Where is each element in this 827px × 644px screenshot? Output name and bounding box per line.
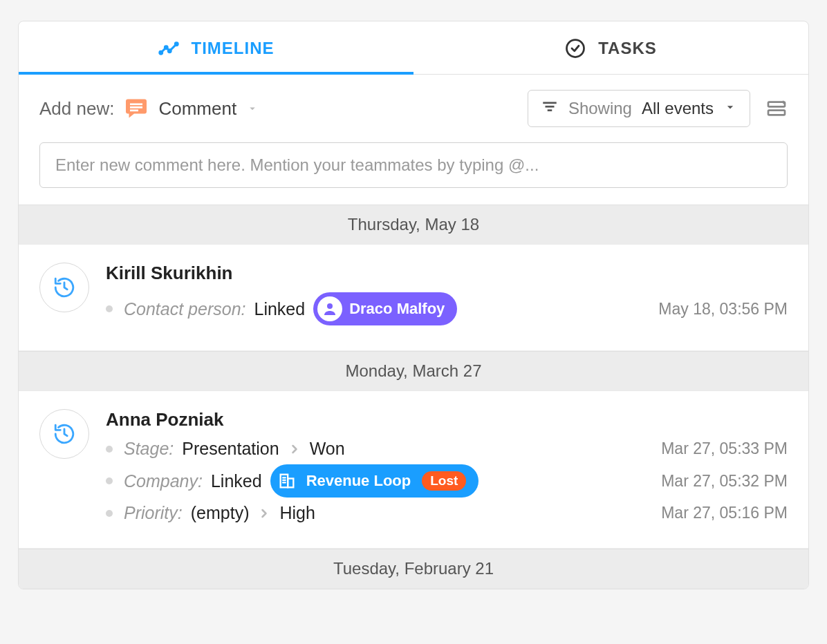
bullet-icon	[106, 305, 113, 312]
change-action: Linked	[211, 471, 262, 491]
svg-rect-6	[130, 106, 142, 108]
add-new-type-label: Comment	[158, 98, 236, 120]
add-new-label: Add new:	[39, 98, 114, 120]
change-field: Company:	[124, 471, 203, 491]
chevron-down-icon	[246, 98, 259, 120]
timeline-list: Thursday, May 18Kirill SkurikhinContact …	[19, 205, 808, 589]
entry-user: Anna Pozniak	[106, 409, 788, 430]
date-separator: Thursday, May 18	[19, 205, 808, 245]
status-badge: Lost	[422, 471, 466, 491]
comment-input-wrap	[19, 142, 808, 205]
svg-rect-8	[543, 102, 557, 104]
svg-point-1	[165, 46, 167, 49]
svg-point-13	[327, 303, 333, 309]
bullet-icon	[106, 510, 113, 517]
change-row: Contact person: Linked Draco MalfoyMay 1…	[106, 292, 788, 325]
bullet-icon	[106, 446, 113, 453]
history-icon	[39, 263, 89, 312]
tab-tasks-label: TASKS	[598, 39, 657, 58]
tab-timeline[interactable]: TIMELINE	[19, 21, 414, 74]
date-separator: Tuesday, February 21	[19, 549, 808, 589]
entry-body: Kirill SkurikhinContact person: Linked D…	[106, 263, 788, 331]
svg-point-2	[168, 50, 171, 53]
entry-changes: Stage: PresentationWonMar 27, 05:33 PMCo…	[106, 439, 788, 523]
entry-changes: Contact person: Linked Draco MalfoyMay 1…	[106, 292, 788, 325]
tab-bar: TIMELINE TASKS	[19, 21, 808, 75]
change-from: (empty)	[191, 503, 250, 523]
entry-body: Anna PozniakStage: PresentationWonMar 27…	[106, 409, 788, 529]
svg-rect-15	[288, 479, 293, 488]
timeline-icon	[158, 38, 179, 59]
pill-label: Revenue Loop	[306, 472, 411, 490]
building-icon	[275, 468, 299, 493]
filter-icon	[541, 97, 559, 120]
change-field: Priority:	[124, 503, 183, 523]
person-icon	[317, 296, 342, 321]
tab-timeline-label: TIMELINE	[192, 39, 275, 58]
date-separator: Monday, March 27	[19, 351, 808, 391]
svg-rect-12	[768, 111, 785, 115]
entry-user: Kirill Skurikhin	[106, 263, 788, 284]
svg-point-4	[567, 40, 584, 57]
filter-label: Showing	[568, 99, 632, 118]
change-from: Presentation	[182, 439, 279, 459]
change-to: High	[279, 503, 315, 523]
tab-tasks[interactable]: TASKS	[414, 21, 808, 74]
svg-rect-11	[768, 102, 785, 107]
change-field: Stage:	[124, 439, 174, 459]
filter-value: All events	[642, 99, 714, 118]
timeline-panel: TIMELINE TASKS Add new: Comment	[18, 21, 809, 589]
change-field: Contact person:	[124, 299, 246, 319]
history-icon	[39, 409, 89, 459]
timeline-entry: Kirill SkurikhinContact person: Linked D…	[19, 245, 808, 351]
svg-rect-10	[548, 109, 552, 111]
change-to: Won	[310, 439, 345, 459]
svg-rect-7	[130, 110, 138, 112]
linked-pill[interactable]: Revenue LoopLost	[270, 464, 479, 498]
linked-pill[interactable]: Draco Malfoy	[313, 292, 457, 325]
bullet-icon	[106, 477, 113, 484]
add-new-control[interactable]: Add new: Comment	[39, 96, 259, 121]
change-time: Mar 27, 05:32 PM	[661, 472, 788, 491]
svg-rect-5	[130, 104, 142, 106]
toolbar: Add new: Comment	[19, 75, 808, 142]
chevron-down-icon	[723, 99, 737, 118]
change-row: Priority: (empty)HighMar 27, 05:16 PM	[106, 503, 788, 523]
check-circle-icon	[565, 38, 586, 59]
svg-point-0	[159, 51, 162, 54]
svg-rect-9	[545, 106, 554, 108]
filter-events-select[interactable]: Showing All events	[528, 90, 750, 127]
settings-icon[interactable]	[765, 97, 788, 120]
change-time: Mar 27, 05:33 PM	[661, 439, 788, 458]
change-row: Stage: PresentationWonMar 27, 05:33 PM	[106, 439, 788, 459]
change-row: Company: Linked Revenue LoopLostMar 27, …	[106, 464, 788, 498]
comment-icon	[124, 96, 149, 121]
change-time: May 18, 03:56 PM	[658, 300, 788, 319]
change-action: Linked	[254, 299, 306, 319]
svg-point-3	[175, 43, 178, 46]
arrow-right-icon	[288, 442, 301, 456]
timeline-entry: Anna PozniakStage: PresentationWonMar 27…	[19, 391, 808, 549]
arrow-right-icon	[257, 506, 271, 520]
toolbar-right: Showing All events	[528, 90, 788, 127]
comment-input[interactable]	[39, 142, 788, 188]
pill-label: Draco Malfoy	[349, 300, 445, 318]
change-time: Mar 27, 05:16 PM	[661, 504, 788, 522]
